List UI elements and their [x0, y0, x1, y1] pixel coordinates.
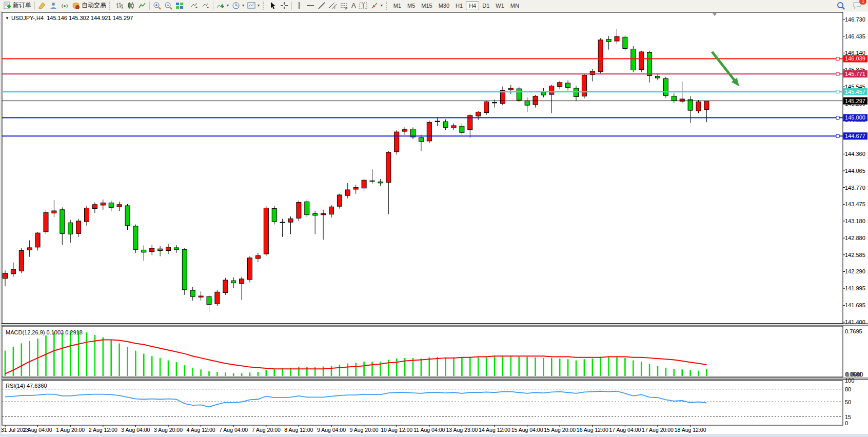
price-tag-label: 145.457	[845, 89, 865, 95]
candle-body-bear	[68, 223, 73, 234]
vertical-line-button[interactable]	[293, 1, 305, 11]
rsi-indicator-label: RSI(14) 47.6360	[6, 383, 47, 389]
bar-chart-mode-button[interactable]	[114, 1, 125, 11]
zoom-out-button[interactable]	[163, 1, 174, 11]
level-line-handle[interactable]	[836, 90, 839, 93]
date-tick-label: 3 Aug 04:00	[121, 427, 150, 433]
candle	[305, 200, 309, 217]
indicators-button[interactable]: ▾	[215, 1, 230, 11]
search-button[interactable]	[835, 1, 847, 11]
chart-window[interactable]: 146.730146.435146.140145.845145.545145.2…	[0, 11, 868, 437]
candle-body-bull	[394, 132, 399, 152]
templates-button[interactable]: ▾	[246, 1, 261, 11]
chart-shift-button[interactable]	[200, 1, 211, 11]
macd-indicator-label: MACD(12,26,9) 0.1003 0.2918	[6, 329, 83, 335]
candle-mode-button[interactable]	[125, 1, 136, 11]
toolbar-grip[interactable]	[263, 2, 266, 10]
timeframe-button-d1[interactable]: D1	[479, 1, 492, 10]
candle-body-bull	[199, 296, 203, 297]
candle-body-bull	[215, 292, 220, 304]
crosshair-button[interactable]	[279, 1, 290, 11]
notifications-button[interactable]: 1	[851, 1, 863, 11]
periods-button[interactable]: ▾	[230, 1, 246, 11]
publisher-button[interactable]	[48, 1, 59, 11]
macd-scale-top: 0.7695	[845, 328, 862, 334]
crayon-button[interactable]	[36, 1, 48, 11]
signal-button[interactable]	[59, 1, 70, 11]
price-tick-label: 141.695	[845, 302, 865, 308]
toolbar-separator	[149, 2, 150, 10]
timeframe-button-h1[interactable]: H1	[452, 1, 466, 10]
auto-scroll-button[interactable]	[189, 1, 200, 11]
candle-body-bull	[549, 86, 554, 95]
candle-body-bear	[631, 49, 636, 70]
candle-body-bear	[688, 100, 693, 110]
candle	[639, 51, 644, 72]
level-line-handle[interactable]	[836, 116, 839, 119]
toolbar-grip[interactable]	[386, 2, 389, 10]
date-tick-label: 1 Aug 20:00	[56, 427, 85, 433]
label-tool-button[interactable]: T	[358, 1, 369, 11]
date-tick-label: 18 Aug 12:00	[675, 427, 706, 433]
price-tick-label: 142.880	[845, 235, 865, 241]
timeframe-button-m1[interactable]: M1	[390, 1, 404, 10]
auto-trading-button[interactable]: 自动交易	[70, 1, 108, 11]
candle	[663, 77, 668, 98]
price-chart[interactable]: 146.730146.435146.140145.845145.545145.2…	[0, 11, 868, 437]
horizontal-line-button[interactable]	[305, 1, 316, 11]
tile-windows-icon	[175, 2, 184, 10]
rsi-tick-label: 50	[845, 399, 851, 405]
timeframe-button-m15[interactable]: M15	[418, 1, 435, 10]
vertical-line-icon	[295, 2, 303, 10]
candle-body-bull	[582, 75, 586, 96]
candle-body-bull	[288, 219, 293, 223]
timeframe-button-m5[interactable]: M5	[404, 1, 418, 10]
candle-body-bull	[337, 195, 342, 206]
candle-body-bull	[150, 248, 154, 252]
candlestick-icon	[127, 2, 135, 10]
cursor-icon	[269, 2, 277, 10]
candle-body-bear	[541, 92, 546, 95]
line-mode-button[interactable]	[136, 1, 148, 11]
timeframe-button-w1[interactable]: W1	[492, 1, 507, 10]
date-tick-label: 2 Aug 12:00	[89, 427, 117, 433]
level-line-handle[interactable]	[836, 57, 839, 60]
new-order-button[interactable]: 新订单	[2, 1, 33, 11]
candle-body-bull	[533, 96, 538, 105]
zoom-in-button[interactable]	[151, 1, 163, 11]
level-line-handle[interactable]	[836, 134, 839, 137]
price-tick-label: 143.770	[845, 185, 865, 191]
text-tool-button[interactable]: A	[350, 1, 358, 11]
timeframe-button-m30[interactable]: M30	[436, 1, 452, 10]
level-line-handle[interactable]	[836, 72, 839, 75]
trendline-button[interactable]	[316, 1, 327, 11]
candle-body-bull	[85, 208, 89, 222]
price-tick-label: 143.475	[845, 201, 865, 207]
candle-body-bull	[362, 180, 366, 188]
price-tick-label: 146.730	[845, 16, 865, 23]
arrows-tool-button[interactable]: ▾	[369, 1, 384, 11]
candle-body-bull	[297, 202, 301, 218]
toolbar-grip[interactable]	[109, 2, 112, 10]
auto-trading-icon	[72, 2, 80, 10]
equidistant-channel-button[interactable]: E	[327, 1, 339, 11]
candle-body-bear	[109, 203, 113, 208]
candle	[598, 38, 603, 74]
fibonacci-button[interactable]: F	[339, 1, 350, 11]
cursor-button[interactable]	[267, 1, 279, 11]
indicators-icon	[216, 2, 225, 10]
date-tick-label: 7 Aug 20:00	[252, 427, 281, 433]
templates-icon	[247, 2, 255, 10]
rsi-panel-border	[2, 381, 843, 425]
candle-body-bull	[264, 208, 268, 254]
zoom-in-icon	[153, 2, 161, 10]
timeframe-button-mn[interactable]: MN	[507, 1, 522, 10]
timeframe-button-h4[interactable]: H4	[466, 1, 479, 10]
candle-body-bull	[353, 188, 358, 189]
candle-body-bear	[672, 96, 676, 101]
rsi-tick-label: 15	[845, 414, 851, 420]
tile-windows-button[interactable]	[174, 1, 185, 11]
collapse-triangle-icon[interactable]: ▼	[5, 16, 9, 21]
price-tick-label: 144.360	[845, 151, 865, 157]
chart-quote-header[interactable]: ▼USDJPY-,H4 145.146 145.302 144.921 145.…	[5, 15, 133, 21]
